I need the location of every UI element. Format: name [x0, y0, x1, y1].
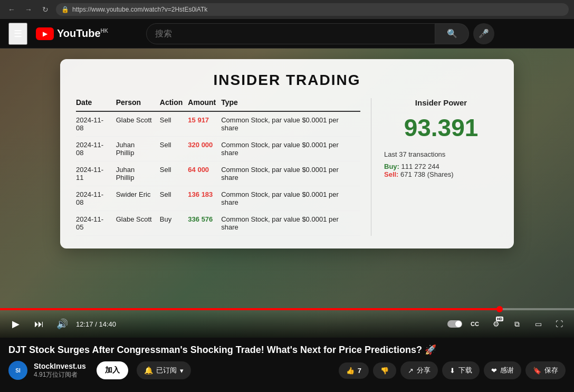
save-icon: 🔖	[533, 367, 541, 375]
download-button[interactable]: ⬇ 下载	[442, 361, 480, 379]
subtitles-button[interactable]: CC	[466, 315, 483, 332]
video-container: INSIDER TRADING Date Person Action Amoun…	[0, 49, 574, 338]
miniplayer-button[interactable]: ⧉	[509, 315, 525, 332]
menu-button[interactable]: ☰	[8, 23, 27, 45]
thanks-icon: ❤	[491, 367, 497, 375]
table-header-row: Date Person Action Amount Type	[76, 98, 360, 111]
cell-action: Buy	[160, 211, 188, 236]
sell-stat: Sell: 671 738 (Shares)	[384, 170, 498, 178]
cell-date: 2024-11-11	[76, 161, 116, 186]
like-icon: 👍	[346, 367, 355, 375]
share-icon: ↗	[408, 367, 414, 375]
col-person: Person	[116, 98, 160, 111]
cell-person: Swider Eric	[116, 186, 160, 211]
insider-table: Date Person Action Amount Type 2024-11-0…	[76, 98, 360, 236]
cell-amount: 336 576	[188, 211, 221, 236]
current-time: 12:17	[76, 320, 93, 328]
share-button[interactable]: ↗ 分享	[400, 361, 438, 379]
yt-logo-text: YouTubeHK	[57, 27, 108, 40]
table-row: 2024-11-08 Swider Eric Sell 136 183 Comm…	[76, 186, 360, 211]
cell-date: 2024-11-08	[76, 186, 116, 211]
power-stats: Last 37 transactions Buy: 111 272 244 Se…	[384, 150, 498, 178]
action-buttons: 👍 7 👎 ↗ 分享 ⬇ 下载 ❤ 感谢 🔖 保存	[339, 361, 566, 379]
browser-bar: ← → ↻ 🔒 https://www.youtube.com/watch?v=…	[0, 0, 574, 19]
cell-person: Glabe Scott	[116, 111, 160, 137]
play-button[interactable]: ▶	[6, 314, 25, 333]
cell-person: Glabe Scott	[116, 211, 160, 236]
join-button[interactable]: 加入	[97, 361, 128, 379]
cell-action: Sell	[160, 111, 188, 137]
autoplay-knob	[455, 321, 462, 327]
settings-button[interactable]: ⚙ HD	[487, 315, 504, 332]
refresh-button[interactable]: ↻	[39, 3, 52, 16]
cell-action: Sell	[160, 186, 188, 211]
channel-avatar: SI	[8, 361, 27, 380]
cell-action: Sell	[160, 137, 188, 161]
cell-date: 2024-11-05	[76, 211, 116, 236]
power-section: Insider Power 93.391 Last 37 transaction…	[371, 98, 498, 236]
autoplay-toggle[interactable]	[447, 320, 462, 328]
cell-amount: 320 000	[188, 137, 221, 161]
yt-logo-icon	[36, 27, 54, 40]
buy-stat: Buy: 111 272 244	[384, 162, 498, 170]
search-bar	[146, 23, 435, 44]
below-video: DJT Stock Surges After Congressman's Sho…	[0, 338, 574, 380]
cell-date: 2024-11-08	[76, 111, 116, 137]
bell-icon: 🔔	[144, 366, 153, 375]
power-number: 93.391	[384, 113, 498, 142]
back-button[interactable]: ←	[5, 3, 18, 16]
channel-name: StockInvest.us	[34, 362, 86, 370]
thanks-label: 感谢	[500, 366, 514, 375]
yt-logo-region: HK	[101, 28, 108, 34]
cell-type: Common Stock, par value $0.0001 per shar…	[221, 137, 360, 161]
lock-icon: 🔒	[61, 6, 69, 13]
card-title: INSIDER TRADING	[76, 72, 498, 89]
power-title: Insider Power	[384, 98, 498, 107]
insider-trading-card: INSIDER TRADING Date Person Action Amoun…	[60, 59, 514, 248]
save-button[interactable]: 🔖 保存	[525, 361, 566, 379]
address-bar[interactable]: 🔒 https://www.youtube.com/watch?v=2HstEs…	[56, 3, 569, 16]
buy-value: 111 272 244	[401, 162, 439, 170]
controls-bar: ▶ ⏭ 🔊 12:17 / 14:40 CC ⚙ HD ⧉ ▭ ⛶	[0, 310, 574, 338]
download-label: 下载	[458, 366, 472, 375]
thanks-button[interactable]: ❤ 感谢	[484, 361, 521, 379]
col-date: Date	[76, 98, 116, 111]
autoplay-track[interactable]	[447, 320, 462, 328]
col-amount: Amount	[188, 98, 221, 111]
last-transactions: Last 37 transactions	[384, 150, 498, 158]
mic-button[interactable]: 🎤	[473, 23, 494, 44]
yt-header: ☰ YouTubeHK 🔍 🎤	[0, 19, 574, 49]
cell-amount: 136 183	[188, 186, 221, 211]
skip-button[interactable]: ⏭	[30, 314, 49, 333]
share-label: 分享	[417, 366, 430, 375]
like-count: 7	[358, 367, 361, 375]
table-row: 2024-11-05 Glabe Scott Buy 336 576 Commo…	[76, 211, 360, 236]
cell-type: Common Stock, par value $0.0001 per shar…	[221, 186, 360, 211]
cell-type: Common Stock, par value $0.0001 per shar…	[221, 111, 360, 137]
forward-button[interactable]: →	[22, 3, 35, 16]
fullscreen-button[interactable]: ⛶	[551, 315, 568, 332]
time-display: 12:17 / 14:40	[76, 320, 116, 328]
sell-label: Sell:	[384, 170, 398, 178]
volume-button[interactable]: 🔊	[53, 314, 72, 333]
download-icon: ⬇	[449, 367, 455, 375]
dislike-icon: 👎	[380, 367, 389, 375]
channel-subs: 4.91万位订阅者	[34, 370, 86, 379]
subscribe-button[interactable]: 🔔 已订阅 ▾	[137, 361, 191, 379]
cell-date: 2024-11-08	[76, 137, 116, 161]
dislike-button[interactable]: 👎	[373, 362, 396, 379]
search-button[interactable]: 🔍	[435, 23, 469, 44]
table-section: Date Person Action Amount Type 2024-11-0…	[76, 98, 371, 236]
cell-amount: 64 000	[188, 161, 221, 186]
cell-type: Common Stock, par value $0.0001 per shar…	[221, 211, 360, 236]
yt-logo[interactable]: YouTubeHK	[36, 27, 108, 40]
url-text: https://www.youtube.com/watch?v=2HstEs0i…	[72, 6, 207, 13]
chevron-down-icon: ▾	[180, 367, 184, 375]
search-input[interactable]	[155, 29, 426, 39]
save-label: 保存	[544, 366, 558, 375]
search-group: 🔍 🎤	[146, 23, 494, 44]
like-button[interactable]: 👍 7	[339, 362, 369, 379]
table-row: 2024-11-08 Glabe Scott Sell 15 917 Commo…	[76, 111, 360, 137]
sell-value: 671 738 (Shares)	[400, 170, 453, 178]
theater-button[interactable]: ▭	[530, 315, 547, 332]
